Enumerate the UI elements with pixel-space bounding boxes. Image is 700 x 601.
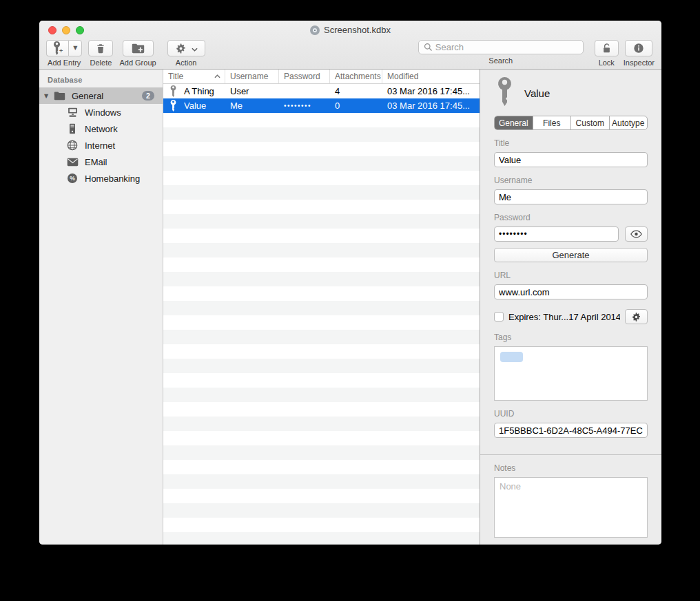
tab-autotype[interactable]: Autotype (610, 116, 648, 129)
entry-count-badge: 2 (142, 91, 154, 101)
generate-password-button[interactable]: Generate (494, 248, 648, 262)
eye-icon (630, 230, 642, 238)
sidebar-item-network[interactable]: Network (39, 120, 163, 137)
sidebar: Database ▼ General 2 Windows Networ (39, 70, 163, 545)
network-icon (66, 123, 79, 135)
lock-label: Lock (599, 59, 615, 67)
svg-text:%: % (70, 175, 75, 182)
column-header-password[interactable]: Password (279, 70, 330, 83)
sidebar-item-homebanking[interactable]: % Homebanking (39, 170, 163, 187)
sidebar-header: Database (39, 74, 163, 87)
tags-box[interactable] (494, 346, 648, 401)
entry-key-icon (495, 77, 514, 109)
tab-files[interactable]: Files (533, 116, 572, 129)
internet-globe-icon (66, 139, 79, 151)
section-divider (480, 454, 661, 455)
url-label: URL (494, 271, 648, 280)
sidebar-item-windows[interactable]: Windows (39, 104, 163, 120)
key-icon (169, 100, 177, 112)
add-entry-button[interactable]: + (46, 40, 68, 56)
tag-token[interactable] (500, 352, 523, 362)
uuid-field[interactable] (494, 423, 648, 438)
notes-field[interactable] (494, 477, 648, 538)
folder-plus-icon (132, 43, 145, 54)
inspector-panel: Value General Files Custom Autotype Titl… (480, 70, 661, 545)
document-icon (310, 25, 320, 35)
table-row[interactable]: A Thing User 4 03 Mar 2016 17:45... (163, 84, 480, 98)
padlock-unlocked-icon (601, 43, 612, 54)
inspector-tabs: General Files Custom Autotype (494, 116, 648, 130)
entry-title: Value (524, 87, 550, 99)
info-icon (633, 43, 644, 54)
column-header-username[interactable]: Username (225, 70, 279, 83)
url-field[interactable] (494, 284, 648, 299)
search-field[interactable] (418, 40, 584, 54)
password-field[interactable] (494, 226, 619, 242)
chevron-down-icon (192, 43, 198, 54)
entry-table: Title Username Password Attachments Modi… (163, 70, 480, 545)
key-plus-icon: + (52, 41, 63, 55)
gear-icon (631, 312, 641, 322)
disclosure-triangle-icon[interactable]: ▼ (39, 93, 53, 99)
gear-icon (175, 43, 187, 54)
minimize-button[interactable] (62, 26, 70, 34)
sidebar-item-label: Windows (85, 107, 121, 118)
lock-button[interactable] (595, 40, 619, 56)
traffic-lights (48, 26, 84, 34)
add-entry-label: Add Entry (48, 59, 81, 67)
action-label: Action (176, 59, 197, 67)
search-icon (424, 43, 433, 52)
sidebar-item-label: Network (85, 124, 118, 134)
sidebar-item-general[interactable]: ▼ General 2 (39, 87, 163, 104)
add-entry-dropdown-button[interactable]: ▼ (68, 40, 82, 56)
add-group-label: Add Group (119, 59, 156, 67)
column-header-attachments[interactable]: Attachments (330, 70, 382, 83)
folder-icon (53, 89, 65, 102)
chevron-down-icon: ▼ (73, 45, 77, 51)
table-header: Title Username Password Attachments Modi… (163, 70, 480, 84)
column-header-title[interactable]: Title (163, 70, 225, 83)
password-label: Password (494, 213, 648, 222)
expires-checkbox[interactable] (494, 312, 504, 321)
window-title: Screenshot.kdbx (324, 25, 391, 35)
sidebar-item-label: Internet (85, 140, 115, 151)
titlebar: Screenshot.kdbx (39, 21, 661, 39)
table-row-selected[interactable]: Value Me •••••••• 0 03 Mar 2016 17:45... (163, 98, 480, 113)
key-icon (169, 85, 177, 97)
zoom-button[interactable] (76, 26, 84, 34)
sidebar-item-label: General (72, 91, 103, 101)
add-group-button[interactable] (123, 40, 154, 56)
username-field[interactable] (494, 189, 648, 204)
inspector-button[interactable] (625, 40, 652, 56)
windows-icon (66, 106, 79, 118)
title-label: Title (494, 138, 648, 148)
email-envelope-icon (66, 156, 79, 168)
window-chrome: Screenshot.kdbx + ▼ Add Entry (39, 21, 661, 70)
inspector-label: Inspector (624, 59, 655, 67)
toolbar: + ▼ Add Entry Delete (39, 39, 661, 69)
tags-label: Tags (494, 333, 648, 342)
sidebar-item-label: Homebanking (85, 173, 140, 184)
trash-icon (95, 43, 106, 54)
username-label: Username (494, 176, 648, 185)
delete-button[interactable] (88, 40, 113, 56)
column-header-modified[interactable]: Modified (382, 70, 480, 83)
close-button[interactable] (48, 26, 56, 34)
action-button[interactable] (167, 40, 205, 56)
sidebar-item-internet[interactable]: Internet (39, 137, 163, 154)
uuid-label: UUID (494, 409, 648, 419)
notes-label: Notes (494, 463, 648, 473)
title-field[interactable] (494, 152, 648, 167)
tab-general[interactable]: General (495, 116, 533, 129)
expires-settings-button[interactable] (625, 309, 648, 324)
search-input[interactable] (435, 42, 578, 52)
table-stripes (163, 113, 480, 545)
delete-label: Delete (90, 59, 112, 67)
homebanking-percent-icon: % (66, 172, 79, 184)
window: Screenshot.kdbx + ▼ Add Entry (39, 21, 661, 545)
tab-custom[interactable]: Custom (571, 116, 610, 129)
reveal-password-button[interactable] (625, 226, 648, 242)
sidebar-item-label: EMail (85, 157, 107, 167)
expires-label: Expires: Thur...17 April 2014 (508, 312, 620, 322)
sidebar-item-email[interactable]: EMail (39, 154, 163, 170)
